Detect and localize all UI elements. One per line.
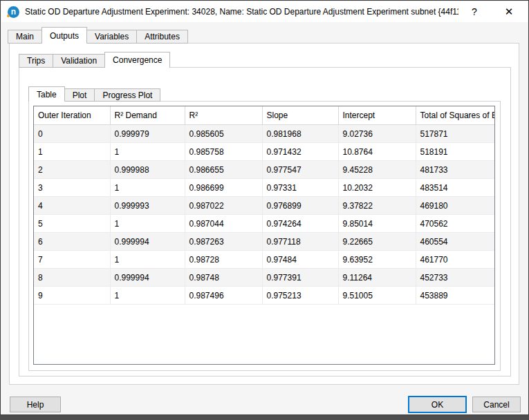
table-cell[interactable]: 0.975213 [262,287,338,305]
window-title: Static OD Departure Adjustment Experimen… [25,7,458,17]
table-cell[interactable]: 9 [34,287,110,305]
table-cell[interactable]: 0.971432 [262,143,338,161]
table-cell[interactable]: 460554 [416,233,495,251]
table-cell[interactable]: 0.987496 [185,287,262,305]
convergence-table: Outer IterationR² DemandR²SlopeIntercept… [33,106,495,365]
table-cell[interactable]: 0.987044 [185,215,262,233]
column-header[interactable]: R² Demand [110,106,185,125]
table-cell[interactable]: 0 [34,125,110,143]
cancel-button[interactable]: Cancel [472,397,521,412]
table-header-row: Outer IterationR² DemandR²SlopeIntercept… [34,106,495,125]
table-cell[interactable]: 0.987263 [185,233,262,251]
dialog-window: n Static OD Departure Adjustment Experim… [0,0,529,415]
table-cell[interactable]: 3 [34,179,110,197]
table-cell[interactable]: 9.85014 [338,215,416,233]
table-cell[interactable]: 2 [34,161,110,179]
ok-button[interactable]: OK [408,396,467,413]
column-header[interactable]: Outer Iteration [34,106,110,125]
table-cell[interactable]: 0.986699 [185,179,262,197]
tab-validation[interactable]: Validation [53,54,105,68]
help-button[interactable]: Help [10,397,61,412]
table-row: 60.9999940.9872630.9771189.22665460554 [34,233,495,251]
app-icon-letter: n [11,7,16,17]
table-header: Outer IterationR² DemandR²SlopeIntercept… [34,106,495,125]
table-cell[interactable]: 8 [34,269,110,287]
table-cell[interactable]: 452733 [416,269,495,287]
table-cell[interactable]: 6 [34,233,110,251]
table-cell[interactable]: 9.11264 [338,269,416,287]
table-row: 710.987280.974849.63952461770 [34,251,495,269]
table-cell[interactable]: 0.977547 [262,161,338,179]
table-cell[interactable]: 0.976899 [262,197,338,215]
column-header[interactable]: R² [185,106,262,125]
table-cell[interactable]: 9.22665 [338,233,416,251]
tab-table[interactable]: Table [28,86,65,102]
table-cell[interactable]: 1 [110,251,185,269]
app-icon: n [8,6,19,18]
table-cell[interactable]: 0.977391 [262,269,338,287]
table-cell[interactable]: 1 [110,143,185,161]
table-cell[interactable]: 9.51005 [338,287,416,305]
table-cell[interactable]: 0.97331 [262,179,338,197]
table-cell[interactable]: 0.999993 [110,197,185,215]
tab-progress-plot[interactable]: Progress Plot [94,88,160,102]
table-cell[interactable]: 0.999979 [110,125,185,143]
table-cell[interactable]: 461770 [416,251,495,269]
tab-attributes[interactable]: Attributes [136,30,188,44]
column-header[interactable]: Total of Squares of E [416,106,495,125]
titlebar-help-button[interactable]: ? [458,1,490,22]
taskbar-strip [0,415,529,420]
table-cell[interactable]: 0.985605 [185,125,262,143]
convergence-table-grid: Outer IterationR² DemandR²SlopeIntercept… [34,106,495,305]
table-row: 310.9866990.9733110.2032483514 [34,179,495,197]
table-cell[interactable]: 9.02736 [338,125,416,143]
table-row: 80.9999940.987480.9773919.11264452733 [34,269,495,287]
table-cell[interactable]: 9.63952 [338,251,416,269]
table-row: 910.9874960.9752139.51005453889 [34,287,495,305]
table-row: 510.9870440.9742649.85014470562 [34,215,495,233]
table-cell[interactable]: 9.45228 [338,161,416,179]
table-cell[interactable]: 0.977118 [262,233,338,251]
table-cell[interactable]: 0.985758 [185,143,262,161]
table-cell[interactable]: 0.999994 [110,269,185,287]
table-cell[interactable]: 10.2032 [338,179,416,197]
table-cell[interactable]: 470562 [416,215,495,233]
table-cell[interactable]: 4 [34,197,110,215]
outputs-tab-bar: Trips Validation Convergence [19,52,169,68]
table-cell[interactable]: 0.98728 [185,251,262,269]
tab-variables[interactable]: Variables [86,30,137,44]
close-icon[interactable]: ✕ [490,1,528,22]
column-header[interactable]: Slope [262,106,338,125]
table-cell[interactable]: 518191 [416,143,495,161]
table-cell[interactable]: 0.987022 [185,197,262,215]
table-cell[interactable]: 0.97484 [262,251,338,269]
table-cell[interactable]: 1 [34,143,110,161]
table-cell[interactable]: 1 [110,179,185,197]
app-icon-dot [7,15,10,17]
tab-trips[interactable]: Trips [19,54,53,68]
table-cell[interactable]: 0.986655 [185,161,262,179]
table-cell[interactable]: 483514 [416,179,495,197]
table-cell[interactable]: 1 [110,215,185,233]
table-cell[interactable]: 5 [34,215,110,233]
table-cell[interactable]: 0.981968 [262,125,338,143]
table-cell[interactable]: 0.974264 [262,215,338,233]
table-cell[interactable]: 10.8764 [338,143,416,161]
tab-main[interactable]: Main [8,30,42,44]
table-cell[interactable]: 7 [34,251,110,269]
tab-convergence[interactable]: Convergence [104,52,170,68]
table-cell[interactable]: 517871 [416,125,495,143]
tab-outputs[interactable]: Outputs [41,27,87,44]
main-tab-bar: Main Outputs Variables Attributes [8,27,187,44]
table-cell[interactable]: 1 [110,287,185,305]
table-row: 20.9999880.9866550.9775479.45228481733 [34,161,495,179]
table-cell[interactable]: 0.999988 [110,161,185,179]
table-cell[interactable]: 0.999994 [110,233,185,251]
table-cell[interactable]: 0.98748 [185,269,262,287]
table-cell[interactable]: 469180 [416,197,495,215]
table-cell[interactable]: 9.37822 [338,197,416,215]
table-cell[interactable]: 481733 [416,161,495,179]
column-header[interactable]: Intercept [338,106,416,125]
table-cell[interactable]: 453889 [416,287,495,305]
tab-plot[interactable]: Plot [64,88,95,102]
